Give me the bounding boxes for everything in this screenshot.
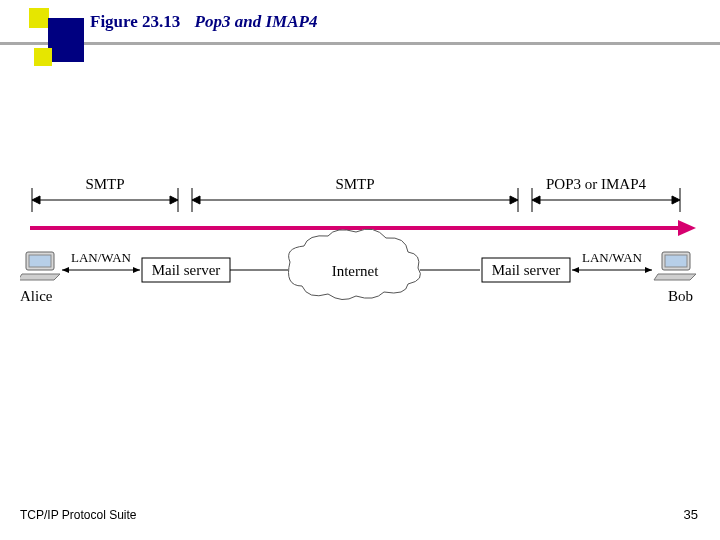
node-label-alice: Alice (20, 288, 52, 305)
svg-marker-16 (678, 220, 696, 236)
svg-marker-4 (170, 196, 178, 204)
svg-marker-13 (532, 196, 540, 204)
svg-marker-21 (133, 267, 140, 273)
header-block-navy (48, 18, 84, 62)
diagram: SMTP SMTP POP3 or IMAP4 LAN/WAN LAN/WAN … (20, 180, 700, 340)
protocol-label-smtp-1: SMTP (85, 176, 124, 193)
figure-number: Figure 23.13 (90, 12, 180, 31)
svg-marker-20 (62, 267, 69, 273)
node-label-internet: Internet (332, 263, 379, 280)
footer-text: TCP/IP Protocol Suite (20, 508, 137, 522)
laptop-icon (20, 252, 60, 280)
protocol-or: or (581, 176, 601, 192)
page-number: 35 (684, 507, 698, 522)
protocol-imap4: IMAP4 (601, 176, 646, 192)
protocol-label-seg3: POP3 or IMAP4 (546, 176, 646, 193)
header-rule-overlay (0, 42, 48, 45)
figure-caption: Pop3 and IMAP4 (195, 12, 318, 31)
svg-marker-9 (510, 196, 518, 204)
header-square-yellow-bottom (34, 48, 52, 66)
figure-title: Figure 23.13 Pop3 and IMAP4 (90, 12, 317, 32)
svg-rect-18 (29, 255, 51, 267)
node-label-mailserver-2: Mail server (492, 262, 561, 279)
link-label-left: LAN/WAN (71, 250, 131, 266)
svg-marker-8 (192, 196, 200, 204)
svg-marker-3 (32, 196, 40, 204)
svg-marker-28 (645, 267, 652, 273)
link-label-right: LAN/WAN (582, 250, 642, 266)
node-label-bob: Bob (668, 288, 693, 305)
header-rule (0, 42, 720, 45)
protocol-label-smtp-2: SMTP (335, 176, 374, 193)
svg-rect-30 (665, 255, 687, 267)
svg-marker-27 (572, 267, 579, 273)
header-square-yellow-top (29, 8, 49, 28)
svg-marker-14 (672, 196, 680, 204)
node-label-mailserver-1: Mail server (152, 262, 221, 279)
protocol-pop3: POP3 (546, 176, 581, 192)
laptop-icon (654, 252, 696, 280)
